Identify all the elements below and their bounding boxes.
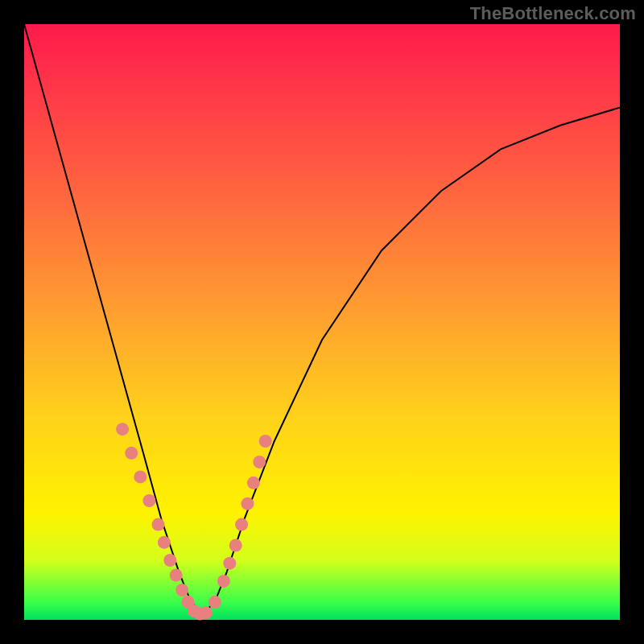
sample-dot bbox=[175, 584, 188, 597]
sample-dot bbox=[242, 497, 254, 510]
sample-dot bbox=[163, 554, 176, 567]
sample-dot bbox=[223, 557, 236, 570]
sample-dot bbox=[125, 447, 138, 460]
plot-area bbox=[24, 24, 620, 620]
sample-dot bbox=[170, 569, 183, 582]
watermark-text: TheBottleneck.com bbox=[470, 3, 636, 24]
sample-dot bbox=[229, 539, 242, 552]
sample-dot bbox=[142, 494, 155, 507]
outer-frame: TheBottleneck.com bbox=[0, 0, 644, 644]
sample-dot bbox=[152, 518, 165, 531]
sample-dot bbox=[253, 456, 266, 469]
bottleneck-curve bbox=[24, 24, 620, 614]
sample-dot bbox=[134, 470, 147, 483]
sample-dot bbox=[208, 596, 221, 609]
sample-dot bbox=[116, 423, 129, 436]
sample-dots-group bbox=[116, 423, 272, 620]
sample-dot bbox=[158, 536, 171, 549]
sample-dot bbox=[200, 606, 213, 619]
sample-dot bbox=[247, 477, 260, 489]
sample-dot bbox=[259, 435, 272, 448]
chart-svg bbox=[24, 24, 620, 620]
sample-dot bbox=[217, 575, 230, 588]
sample-dot bbox=[235, 518, 248, 531]
